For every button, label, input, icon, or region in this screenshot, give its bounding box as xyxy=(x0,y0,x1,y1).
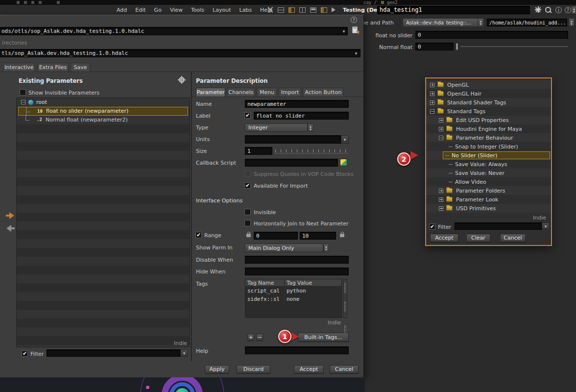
show-parm-stepper[interactable] xyxy=(323,244,329,252)
tab-menu[interactable]: Menu xyxy=(257,88,277,97)
tag-name-cell[interactable]: sidefx::sl xyxy=(245,295,285,303)
range-min-field[interactable]: 0 xyxy=(254,232,298,240)
toolbar-icon[interactable] xyxy=(39,1,42,4)
panel-divider[interactable] xyxy=(191,72,192,361)
copy-icon[interactable] xyxy=(278,7,284,13)
available-for-import-checkbox[interactable] xyxy=(244,182,251,189)
tree-item-opengl-hair[interactable]: OpenGL Hair xyxy=(426,89,551,98)
network-path-node[interactable]: geo2 xyxy=(387,0,398,5)
tree-item-no-slider[interactable]: No Slider (Slider) xyxy=(426,151,551,160)
tag-value-cell[interactable]: python xyxy=(285,287,341,295)
tab-extra-files[interactable]: Extra Files xyxy=(37,63,69,72)
range-checkbox[interactable] xyxy=(195,232,202,238)
popup-cancel-button[interactable]: Cancel xyxy=(500,234,526,242)
tags-col-tag-value[interactable]: Tag Value xyxy=(285,279,341,286)
apply-button[interactable]: Apply xyxy=(205,365,229,373)
tags-row[interactable]: sidefx::sl none xyxy=(245,295,341,303)
install-path-field[interactable]: /home/aslak/houdini_add... xyxy=(487,19,567,26)
popup-filter-field[interactable] xyxy=(455,222,542,230)
gear-menu-icon[interactable] xyxy=(178,76,185,83)
cancel-button[interactable]: Cancel xyxy=(330,365,359,373)
network-editor-strip[interactable] xyxy=(0,377,365,392)
toolbar-icon[interactable] xyxy=(31,1,34,4)
tag-name-cell[interactable]: script_cal xyxy=(245,287,285,295)
expand-icon[interactable] xyxy=(430,100,434,105)
accept-button[interactable]: Accept xyxy=(294,365,324,373)
tree-item-parameter-folders[interactable]: Parameter Folders xyxy=(426,186,551,195)
remove-tag-button[interactable]: − xyxy=(256,334,263,341)
tree-item-edit-usd-properties[interactable]: Edit USD Properties xyxy=(426,116,551,124)
script-language-icon[interactable] xyxy=(340,159,347,166)
popup-filter-dropdown-icon[interactable] xyxy=(542,222,550,230)
tree-item-allow-video[interactable]: Allow Video xyxy=(426,177,551,186)
size-ladder[interactable] xyxy=(275,147,349,154)
show-parm-in-dropdown[interactable]: Main Dialog Only xyxy=(245,244,323,252)
tree-item-usd-primitives[interactable]: USD Primitives xyxy=(426,204,551,213)
collapse-icon[interactable] xyxy=(439,136,443,140)
units-field[interactable] xyxy=(245,135,341,144)
expand-icon[interactable] xyxy=(430,83,434,87)
param-normal-float-field[interactable]: 0 xyxy=(415,43,454,50)
tags-col-tag-name[interactable]: Tag Name xyxy=(245,279,285,286)
play-icon[interactable] xyxy=(332,7,336,12)
tree-item-save-value-always[interactable]: Save Value: Always xyxy=(426,160,551,169)
directories-dropdown-icon[interactable] xyxy=(353,49,360,57)
disable-when-field[interactable] xyxy=(245,256,349,264)
dialog-help-icon[interactable] xyxy=(351,17,357,23)
pane-stepper[interactable] xyxy=(571,6,576,14)
units-dropdown-icon[interactable] xyxy=(341,135,349,144)
tab-action-button[interactable]: Action Button xyxy=(303,88,344,97)
hide-when-field[interactable] xyxy=(245,268,349,275)
slider-track[interactable] xyxy=(460,46,568,47)
collapse-icon[interactable] xyxy=(21,100,25,104)
menu-go[interactable]: Go xyxy=(154,7,162,13)
range-max-field[interactable]: 10 xyxy=(300,232,336,240)
collapse-icon[interactable] xyxy=(430,109,434,114)
tree-item-standard-shader-tags[interactable]: Standard Shader Tags xyxy=(426,98,551,107)
horizontal-join-checkbox[interactable] xyxy=(244,220,251,226)
invisible-checkbox[interactable] xyxy=(244,209,251,215)
type-dropdown[interactable]: Integer xyxy=(245,123,308,132)
expand-icon[interactable] xyxy=(439,127,443,131)
filter-dropdown-icon[interactable] xyxy=(180,349,188,357)
definition-stepper-icon[interactable] xyxy=(478,19,483,26)
name-field[interactable]: newparameter xyxy=(245,100,349,108)
tree-item-standard-tags[interactable]: Standard Tags xyxy=(426,107,551,116)
help-field[interactable] xyxy=(245,346,349,354)
popup-accept-button[interactable]: Accept xyxy=(430,234,458,242)
hda-file-path-field[interactable]: ods/otls/sop_Aslak.dev.hda_testing.1.0.h… xyxy=(0,27,348,35)
tree-item-snap-to-integer[interactable]: Snap to Integer (Slider) xyxy=(426,142,551,151)
expand-icon[interactable] xyxy=(430,92,434,96)
tree-row[interactable]: .2 Normal float (newparameter2) xyxy=(17,116,190,124)
toolbar-icon[interactable] xyxy=(24,1,27,4)
search-icon[interactable] xyxy=(545,6,552,13)
filter-checkbox[interactable] xyxy=(22,350,28,357)
menu-edit[interactable]: Edit xyxy=(135,7,145,13)
add-tag-button[interactable]: + xyxy=(247,334,254,341)
suppress-quotes-checkbox[interactable] xyxy=(244,171,251,177)
menu-layout[interactable]: Layout xyxy=(213,7,231,13)
slider-handle[interactable] xyxy=(456,43,458,50)
demote-left-arrow-icon[interactable] xyxy=(6,225,15,232)
scissors-icon[interactable] xyxy=(267,7,273,13)
tab-save[interactable]: Save xyxy=(71,63,90,72)
tab-interactive[interactable]: Interactive xyxy=(3,63,35,72)
directories-field[interactable]: tls/sop_Aslak.dev.hda_testing.1.0.hdalc xyxy=(0,49,360,57)
size-field[interactable]: 1 xyxy=(245,147,272,155)
tab-channels[interactable]: Channels xyxy=(227,88,255,97)
tree-item-save-value-never[interactable]: Save Value: Never xyxy=(426,169,551,177)
toolbar-icon[interactable] xyxy=(17,1,20,4)
pane-maximize-icon[interactable] xyxy=(310,7,316,13)
range-min-lock-icon[interactable] xyxy=(246,234,251,237)
show-invisible-checkbox[interactable] xyxy=(20,89,26,96)
help-icon[interactable] xyxy=(565,7,571,13)
type-stepper[interactable] xyxy=(308,123,313,132)
callback-script-field[interactable] xyxy=(245,159,338,167)
param-float-no-slider-field[interactable]: 0 xyxy=(415,31,568,39)
info-icon[interactable] xyxy=(555,7,562,13)
menu-view[interactable]: View xyxy=(170,7,183,13)
label-enable-checkbox[interactable] xyxy=(244,112,251,119)
selected-tag[interactable]: No Slider (Slider) xyxy=(443,151,550,159)
path-stepper[interactable] xyxy=(569,18,575,26)
range-max-lock-icon[interactable] xyxy=(340,234,344,237)
